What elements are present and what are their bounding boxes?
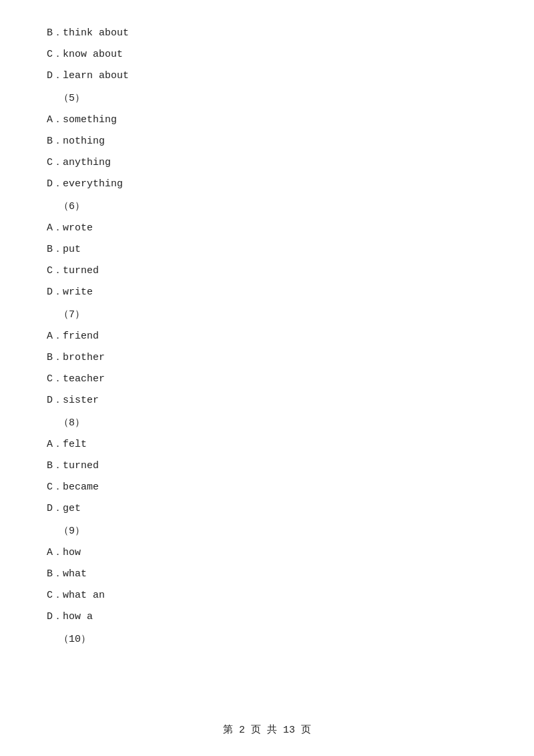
option-line: D．how a — [47, 609, 487, 625]
section-num-5: （9） — [59, 524, 487, 540]
footer-text: 第 2 页 共 13 页 — [223, 725, 311, 736]
option-line: D．write — [47, 285, 487, 301]
option-line: D．everything — [47, 176, 487, 192]
page-footer: 第 2 页 共 13 页 — [0, 723, 534, 736]
section-num-1: （5） — [59, 91, 487, 107]
option-line: B．think about — [47, 25, 487, 41]
section-num-3: （7） — [59, 307, 487, 323]
option-line: B．turned — [47, 458, 487, 474]
option-line: B．nothing — [47, 134, 487, 150]
option-line: D．learn about — [47, 68, 487, 84]
option-line: A．how — [47, 545, 487, 561]
option-line: A．something — [47, 112, 487, 128]
option-line: D．get — [47, 501, 487, 517]
option-line: D．sister — [47, 393, 487, 409]
option-line: C．turned — [47, 263, 487, 279]
option-line: B．brother — [47, 350, 487, 366]
option-line: C．what an — [47, 588, 487, 604]
option-line: B．put — [47, 242, 487, 258]
option-line: C．anything — [47, 155, 487, 171]
section-num-2: （6） — [59, 199, 487, 215]
option-line: A．wrote — [47, 220, 487, 236]
section-num-6: （10） — [59, 632, 487, 648]
option-line: A．felt — [47, 437, 487, 453]
option-line: C．know about — [47, 47, 487, 63]
option-line: C．teacher — [47, 371, 487, 387]
option-line: A．friend — [47, 329, 487, 345]
option-line: C．became — [47, 480, 487, 496]
option-line: B．what — [47, 566, 487, 582]
section-num-4: （8） — [59, 415, 487, 431]
main-content: B．think aboutC．know aboutD．learn about（5… — [0, 0, 534, 693]
